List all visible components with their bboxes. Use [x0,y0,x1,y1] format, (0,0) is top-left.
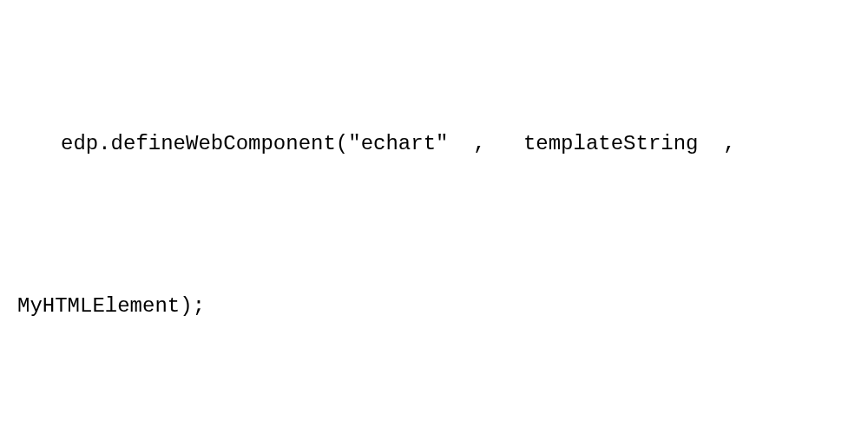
code-line: edp.defineWebComponent("echart" , templa… [17,117,851,171]
code-line: MyHTMLElement); [17,279,851,333]
code-block: edp.defineWebComponent("echart" , templa… [0,0,868,434]
